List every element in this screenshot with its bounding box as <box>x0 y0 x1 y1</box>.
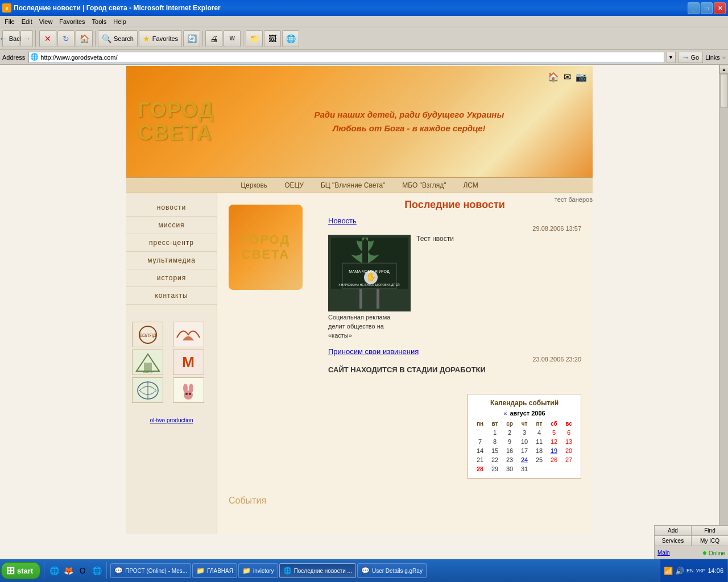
favorites-button[interactable]: ★ Favorites <box>139 30 182 47</box>
logo-bunny[interactable] <box>173 377 204 403</box>
taskbar-app-1[interactable]: 📁 ГЛАВНАЯ <box>192 563 237 578</box>
cal-row-1: 7 8 9 10 11 12 13 <box>473 437 576 446</box>
photo-button[interactable]: 🖼 <box>264 30 281 47</box>
taskbar-app-3[interactable]: 🌐 Последние новости ... <box>279 563 356 578</box>
billboard-photo: МАМА ЧОМУ Я УРОД ✋ У НАРКОМАНА НЕ БУВАЄ … <box>328 235 411 311</box>
calendar-prev[interactable]: « <box>503 410 507 417</box>
camera-icon[interactable]: 📷 <box>576 72 587 82</box>
print-button[interactable]: 🖨 <box>205 30 222 47</box>
address-dropdown[interactable]: ▼ <box>667 52 676 63</box>
links-extend[interactable]: » <box>722 54 726 61</box>
nav-oecu[interactable]: ОЕЦУ <box>284 181 304 189</box>
nav-lsm[interactable]: ЛСМ <box>463 181 478 189</box>
logo-m[interactable]: M <box>173 350 204 375</box>
ql-browser2-icon[interactable]: 🌐 <box>90 564 103 577</box>
tray-lang-en[interactable]: EN <box>686 568 694 573</box>
address-input[interactable] <box>40 54 662 61</box>
ql-ie-icon[interactable]: 🌐 <box>48 564 60 577</box>
menu-bar: File Edit View Favorites Tools Help <box>0 16 728 27</box>
close-button[interactable]: ✕ <box>714 2 726 14</box>
start-button[interactable]: ⊞ start <box>1 562 40 579</box>
search-button[interactable]: 🔍 Search <box>98 30 138 47</box>
logo-vzlyad[interactable]: ВЗЛЯД <box>132 322 163 347</box>
quick-launch: 🌐 🦊 O 🌐 <box>46 564 105 577</box>
menu-file[interactable]: File <box>1 17 18 26</box>
svg-point-9 <box>183 384 188 393</box>
scroll-up-button[interactable]: ▲ <box>719 65 728 74</box>
svg-text:У НАРКОМАНА НЕ БУВАЄ ЗДОРОВИХ : У НАРКОМАНА НЕ БУВАЄ ЗДОРОВИХ ДІТЕЙ <box>338 283 400 286</box>
ql-firefox-icon[interactable]: 🦊 <box>62 564 75 577</box>
icq-services-button[interactable]: Services <box>655 536 692 546</box>
news-text-2: САЙТ НАХОДИТСЯ В СТАДИИ ДОРАБОТКИ <box>328 365 581 374</box>
menu-help[interactable]: Help <box>110 17 130 26</box>
app-label-0: ПРОСТ (Online) - Mes... <box>125 568 187 574</box>
icq-myicq-button[interactable]: My ICQ <box>692 536 728 546</box>
network-button[interactable]: 🌐 <box>282 30 299 47</box>
site-header: ГОРОД СВЕТА Ради наших детей, ради будущ… <box>126 66 593 177</box>
sidebar-istoriya[interactable]: история <box>126 269 217 287</box>
calendar-nav: « август 2006 <box>473 410 576 417</box>
tray-lang-ukr[interactable]: УКР <box>696 568 706 573</box>
home-icon[interactable]: 🏠 <box>548 72 559 82</box>
nav-church[interactable]: Церковь <box>241 181 267 189</box>
vertical-scrollbar[interactable]: ▲ ▼ <box>719 65 728 559</box>
nav-bc[interactable]: БЦ "Влияние Света" <box>321 181 385 189</box>
menu-favorites[interactable]: Favorites <box>56 17 88 26</box>
folder-button[interactable]: 📁 <box>246 30 263 47</box>
scroll-track[interactable] <box>719 74 728 550</box>
ol-two-link[interactable]: ol-two production <box>126 414 217 426</box>
maximize-button[interactable]: □ <box>701 2 713 14</box>
go-button[interactable]: → Go <box>678 52 704 63</box>
events-title: События <box>229 496 266 505</box>
logo-wings[interactable] <box>173 322 204 347</box>
icq-find-button[interactable]: Find <box>692 526 728 535</box>
scroll-thumb[interactable] <box>720 74 728 108</box>
window-controls: _ □ ✕ <box>688 2 726 14</box>
logo-camp[interactable]: camp <box>132 350 163 375</box>
minimize-button[interactable]: _ <box>688 2 700 14</box>
icq-add-button[interactable]: Add <box>655 526 692 535</box>
main-wrapper: новости миссия пресс-центр мультимедиа и… <box>126 193 593 534</box>
media-button[interactable]: 🔄 <box>183 30 200 47</box>
icq-mid-row: Services My ICQ <box>655 536 728 546</box>
favorites-label: Favorites <box>152 35 178 42</box>
toolbar-separator3 <box>243 31 243 47</box>
stop-button[interactable]: ✕ <box>39 30 56 47</box>
news-link-1[interactable]: Новость <box>328 217 581 225</box>
edit-button[interactable]: W <box>224 30 241 47</box>
icq-main-label[interactable]: Main <box>657 550 670 556</box>
cal-row-0: 1 2 3 4 5 6 <box>473 428 576 437</box>
sidebar-press[interactable]: пресс-центр <box>126 234 217 252</box>
home-button[interactable]: 🏠 <box>76 30 93 47</box>
news-image-1: МАМА ЧОМУ Я УРОД ✋ У НАРКОМАНА НЕ БУВАЄ … <box>328 235 411 339</box>
forward-button[interactable]: → <box>20 30 33 47</box>
menu-view[interactable]: View <box>36 17 56 26</box>
refresh-button[interactable]: ↻ <box>57 30 75 47</box>
toolbar-separator <box>95 31 96 47</box>
news-item-1: Новость 29.08.2006 13:57 <box>328 217 581 339</box>
taskbar-app-2[interactable]: 📁 invictory <box>238 563 278 578</box>
news-text-1: Тест нвости <box>416 235 454 339</box>
icq-top-row: Add Find <box>655 526 728 536</box>
svg-point-11 <box>185 393 188 395</box>
app-label-3: Последние новости ... <box>294 568 352 574</box>
content-logo-line2: СВЕТА <box>242 247 289 262</box>
browser-content: ГОРОД СВЕТА Ради наших детей, ради будущ… <box>0 65 728 559</box>
taskbar-app-4[interactable]: 💬 User Details g.gRay <box>357 563 427 578</box>
sidebar-kontakty[interactable]: контакты <box>126 287 217 305</box>
toolbar-separator2 <box>202 31 203 47</box>
back-button[interactable]: ← Back <box>2 30 19 47</box>
email-icon[interactable]: ✉ <box>564 72 571 82</box>
logo-map[interactable] <box>132 377 163 403</box>
taskbar-divider2 <box>106 562 107 579</box>
nav-mbo[interactable]: МБО "Взгляд" <box>402 181 446 189</box>
calendar-box: Календарь событий « август 2006 пн вт <box>468 394 581 479</box>
menu-edit[interactable]: Edit <box>18 17 36 26</box>
sidebar-novosti[interactable]: новости <box>126 199 217 217</box>
ql-opera-icon[interactable]: O <box>76 564 89 577</box>
taskbar-app-0[interactable]: 💬 ПРОСТ (Online) - Mes... <box>110 563 191 578</box>
news-link-2[interactable]: Приносим свои извинения <box>328 347 581 356</box>
sidebar-missiya[interactable]: миссия <box>126 217 217 234</box>
sidebar-multimedia[interactable]: мультимедиа <box>126 252 217 269</box>
menu-tools[interactable]: Tools <box>89 17 110 26</box>
